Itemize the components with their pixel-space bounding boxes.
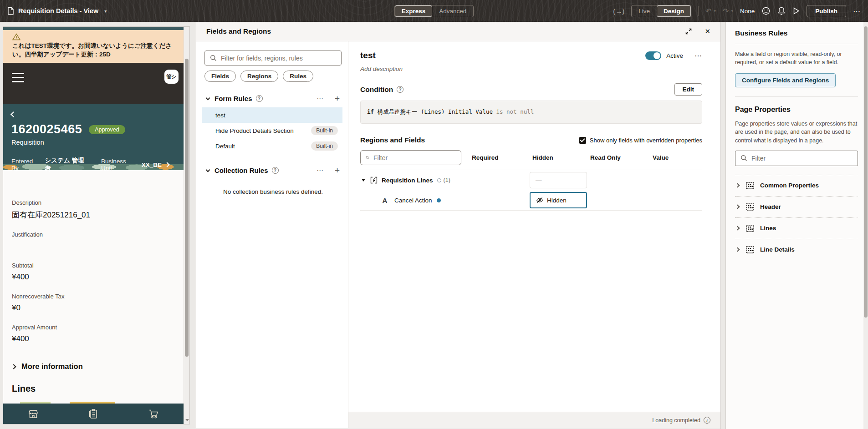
property-group-header[interactable]: Header [735, 197, 858, 217]
collection-rules-header: Collection Rules ? ⋯ + [204, 166, 342, 175]
close-drawer-icon[interactable]: ✕ [705, 27, 710, 35]
field-description: Description 固有在庫20251216_01 [12, 199, 174, 220]
business-unit-value: XX_BE [142, 162, 162, 168]
hidden-dropdown-requisition-lines[interactable]: — [530, 172, 587, 188]
mode-express-button[interactable]: Express [395, 5, 433, 17]
mode-advanced-button[interactable]: Advanced [432, 5, 473, 17]
hamburger-menu-icon[interactable] [12, 73, 24, 85]
canvas-size-icon[interactable]: (→) [613, 7, 624, 15]
page-title[interactable]: Requisition Details - View [18, 7, 98, 15]
undo-button[interactable]: ↶ ▾ [705, 7, 716, 15]
column-header-hidden: Hidden [532, 150, 553, 165]
form-rules-menu-icon[interactable]: ⋯ [317, 95, 324, 103]
help-icon[interactable]: ? [256, 95, 263, 102]
redo-caret-icon: ▾ [731, 9, 733, 13]
table-row-cancel-action[interactable]: A Cancel Action Hidden [360, 190, 702, 210]
filter-tab-fields[interactable]: Fields [204, 71, 236, 82]
help-icon[interactable]: ? [397, 86, 403, 93]
override-count: (1) [444, 177, 450, 183]
page-switcher-caret-icon[interactable]: ▾ [104, 9, 107, 14]
scrollbar-down-arrow-icon[interactable] [185, 419, 189, 421]
rule-overflow-menu[interactable]: ⋯ [694, 51, 702, 60]
rule-item-hide-product-details[interactable]: Hide Product Details Section Built-in [202, 123, 342, 138]
filter-tab-regions[interactable]: Regions [240, 71, 278, 82]
filter-tab-rules[interactable]: Rules [283, 71, 313, 82]
back-button[interactable] [11, 110, 15, 118]
requisition-hero: 1620025465 Approved Requisition Entered … [3, 104, 184, 164]
search-icon [366, 154, 369, 161]
topbar-overflow-menu[interactable]: ⋯ [853, 7, 861, 15]
active-toggle[interactable] [645, 51, 661, 60]
add-description-placeholder[interactable]: Add description [360, 66, 702, 72]
column-header-read-only: Read Only [590, 150, 621, 165]
preview-scrollbar-thumb[interactable] [185, 59, 189, 357]
expand-drawer-icon[interactable] [685, 28, 692, 35]
hidden-dropdown-cancel-action[interactable]: Hidden [530, 192, 587, 208]
rule-item-test[interactable]: test [202, 107, 342, 123]
preview-top-strip [3, 27, 184, 30]
preview-scrollbar[interactable] [184, 27, 189, 424]
storefront-nav-icon[interactable] [28, 409, 39, 419]
field-label: Subtotal [12, 262, 174, 269]
chevron-right-icon [11, 364, 16, 369]
field-label: Nonrecoverable Tax [12, 293, 174, 300]
requisitions-clipboard-nav-icon[interactable] [88, 409, 98, 419]
rule-label: Hide Product Details Section [215, 127, 294, 134]
add-collection-rule-icon[interactable]: + [335, 166, 340, 175]
notifications-bell-icon[interactable] [777, 6, 786, 15]
redo-button[interactable]: ↷ ▾ [723, 7, 733, 15]
panel-scrollbar[interactable] [863, 22, 868, 429]
edit-condition-button[interactable]: Edit [674, 83, 703, 96]
cart-nav-icon[interactable] [148, 409, 159, 419]
region-name: Requisition Lines [382, 177, 433, 184]
topbar-divider [698, 6, 699, 16]
feedback-smiley-icon[interactable] [761, 6, 771, 15]
chevron-right-icon [735, 183, 740, 188]
view-design-button[interactable]: Design [657, 5, 691, 17]
property-group-label: Header [760, 203, 781, 210]
add-form-rule-icon[interactable]: + [335, 94, 340, 103]
field-value: ¥0 [12, 303, 174, 313]
more-information-toggle[interactable]: More information [12, 362, 174, 371]
history-state-label[interactable]: None [740, 8, 755, 15]
property-group-line-details[interactable]: Line Details [735, 239, 858, 260]
field-name: Cancel Action [394, 197, 432, 204]
expand-triangle-icon[interactable] [362, 179, 365, 182]
field-label: Justification [12, 231, 174, 238]
field-approval-amount: Approval Amount ¥400 [12, 324, 174, 344]
collapse-chevron-icon[interactable] [206, 167, 210, 172]
field-label: Description [12, 199, 174, 206]
collapse-chevron-icon[interactable] [206, 96, 210, 100]
preview-play-icon[interactable] [792, 7, 800, 15]
view-live-button[interactable]: Live [632, 5, 657, 17]
regions-and-fields-title: Regions and Fields [360, 136, 425, 144]
info-icon[interactable]: i [704, 417, 710, 424]
publish-button[interactable]: Publish [807, 5, 846, 17]
configure-fields-and-regions-button[interactable]: Configure Fields and Regions [735, 73, 836, 87]
show-only-overridden-checkbox[interactable] [579, 137, 586, 144]
hero-more-chevron-icon[interactable] [164, 162, 169, 167]
field-value: 固有在庫20251216_01 [12, 210, 174, 220]
redo-icon: ↷ [723, 7, 729, 15]
panel-scrollbar-thumb[interactable] [864, 26, 868, 318]
fields-filter-input[interactable] [373, 154, 456, 162]
active-label: Active [666, 52, 683, 59]
property-group-grid-icon [746, 203, 754, 211]
table-row-requisition-lines[interactable]: Requisition Lines (1) — [360, 170, 702, 190]
property-group-lines[interactable]: Lines [735, 218, 858, 239]
collection-rules-menu-icon[interactable]: ⋯ [317, 167, 324, 175]
panel-divider [735, 96, 858, 97]
requisition-number: 1620025465 [11, 122, 82, 136]
property-group-common-properties[interactable]: Common Properties [735, 175, 858, 196]
field-value: ¥400 [12, 334, 174, 344]
field-label: Approval Amount [12, 324, 174, 331]
rule-item-default[interactable]: Default Built-in [202, 138, 342, 154]
help-icon[interactable]: ? [272, 167, 279, 174]
row-divider [360, 210, 702, 211]
chevron-right-icon [735, 226, 740, 231]
field-value: ¥400 [12, 273, 174, 282]
form-rules-title: Form Rules [214, 95, 252, 102]
rules-search-input[interactable] [221, 55, 336, 62]
page-properties-filter-input[interactable] [751, 155, 853, 162]
user-avatar[interactable]: 管シ [164, 70, 179, 84]
